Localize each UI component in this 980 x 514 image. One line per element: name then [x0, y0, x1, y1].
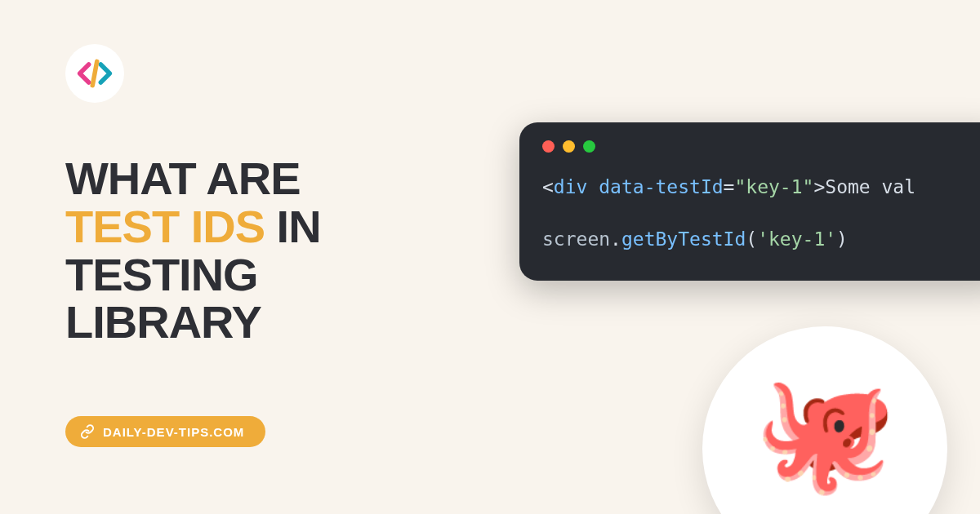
code-token: [587, 176, 599, 197]
octopus-icon: 🐙: [754, 375, 897, 490]
zoom-dot-icon: [583, 140, 595, 153]
code-snippet-card: <div data-testId="key-1">Some val screen…: [519, 122, 980, 281]
headline-line: LIBRARY: [65, 296, 261, 348]
code-token: >: [813, 176, 825, 197]
code-slash-icon: [77, 55, 113, 91]
code-token: key-1: [746, 176, 802, 197]
close-dot-icon: [542, 140, 555, 153]
code-token: key-1: [768, 228, 825, 250]
code-token: div: [554, 176, 588, 197]
site-url-pill: DAILY-DEV-TIPS.COM: [65, 416, 265, 447]
site-logo-badge: [65, 44, 124, 103]
code-token: getByTestId: [621, 228, 746, 250]
code-block: <div data-testId="key-1">Some val screen…: [542, 174, 980, 253]
headline-line: TESTING: [65, 249, 258, 300]
code-token: ': [757, 228, 768, 250]
headline-line: IN: [265, 201, 321, 252]
site-url-label: DAILY-DEV-TIPS.COM: [103, 425, 244, 439]
minimize-dot-icon: [563, 140, 575, 153]
code-token: ": [734, 176, 746, 197]
code-token: .: [610, 228, 621, 250]
code-token: (: [746, 228, 757, 250]
code-token: ): [836, 228, 848, 250]
code-token: ": [803, 176, 814, 197]
headline-highlight: TEST IDS: [65, 201, 265, 252]
code-token: screen: [542, 228, 610, 250]
code-token: data-testId: [599, 176, 723, 197]
window-traffic-lights: [542, 140, 980, 153]
code-token: Some val: [825, 176, 915, 197]
code-token: <: [542, 176, 554, 197]
code-token: =: [724, 176, 735, 197]
mascot-badge: 🐙: [702, 326, 947, 514]
link-icon: [80, 424, 95, 439]
headline-line: WHAT ARE: [65, 153, 301, 204]
page-title: WHAT ARE TEST IDS IN TESTING LIBRARY: [65, 155, 321, 347]
code-token: ': [825, 228, 836, 250]
